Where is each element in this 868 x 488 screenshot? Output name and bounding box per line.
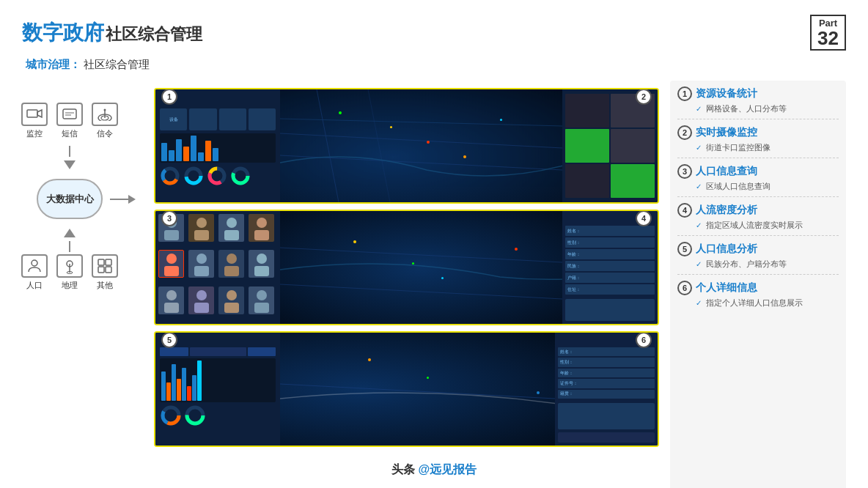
svg-line-30 [280, 119, 562, 126]
top-icon-row: 监控 短信 [21, 103, 118, 139]
right-desc-6: ✓ 指定个人详细人口信息展示 [677, 297, 839, 308]
screen-num-2: 2 [636, 89, 652, 105]
right-item-5: 5 人口信息分析 ✓ 民族分布、户籍分布等 [677, 242, 839, 275]
svg-rect-50 [194, 303, 209, 313]
screen-num-6: 6 [636, 332, 652, 348]
dashboard-panel-1: 设备 [155, 89, 280, 202]
sms-label: 短信 [62, 128, 78, 139]
grid-icon [97, 258, 113, 274]
title-black: 社区综合管理 [106, 23, 202, 45]
page-container: 数字政府 社区综合管理 Part 32 城市治理： 社区综合管理 [0, 0, 868, 488]
sms-icon-box [56, 103, 83, 126]
camera-icon [26, 108, 43, 121]
map-pin-icon [62, 258, 78, 274]
right-item-4: 4 人流密度分析 ✓ 指定区域人流密度实时展示 [677, 203, 839, 236]
watermark: 头条 @远见报告 [391, 462, 477, 478]
bottom-icon-row: 人口 地理 [21, 254, 118, 291]
person-icon [26, 258, 43, 274]
svg-rect-0 [27, 110, 37, 117]
svg-rect-40 [164, 266, 179, 276]
svg-point-41 [196, 254, 207, 264]
subtitle: 城市治理： 社区综合管理 [22, 58, 846, 72]
svg-rect-34 [194, 230, 209, 240]
svg-line-56 [280, 284, 562, 299]
svg-line-28 [317, 89, 339, 202]
svg-point-43 [227, 254, 237, 264]
monitor-icon-box [21, 103, 48, 126]
other-icon-box [92, 254, 118, 278]
icon-item-signal: 信令 [92, 103, 118, 139]
svg-rect-54 [254, 303, 269, 313]
svg-rect-38 [254, 230, 269, 240]
svg-rect-2 [63, 109, 76, 119]
left-section: 监控 短信 [22, 81, 117, 488]
cloud-box: 大数据中心 [37, 179, 103, 219]
right-item-6: 6 个人详细信息 ✓ 指定个人详细人口信息展示 [677, 281, 839, 313]
svg-point-35 [227, 218, 237, 228]
svg-rect-36 [224, 230, 239, 240]
watermark-at: @远见报告 [418, 463, 477, 476]
right-num-circle-3: 3 [677, 164, 692, 179]
icon-item-other: 其他 [92, 254, 118, 291]
svg-marker-1 [37, 110, 42, 117]
right-num-circle-4: 4 [677, 203, 692, 218]
signal-icon [97, 108, 113, 121]
population-icon-box [21, 254, 48, 278]
svg-point-53 [257, 290, 267, 300]
right-item-2: 2 实时摄像监控 ✓ 街道卡口监控图像 [677, 125, 839, 158]
population-label: 人口 [26, 280, 43, 291]
header-title: 数字政府 社区综合管理 [22, 19, 202, 47]
right-desc-3: ✓ 区域人口信息查询 [677, 181, 839, 192]
map-area-2 [280, 211, 562, 324]
arrow-down-icon [64, 160, 76, 169]
sms-icon [62, 108, 78, 121]
signal-label: 信令 [97, 128, 113, 139]
right-desc-5: ✓ 民族分布、户籍分布等 [677, 259, 839, 270]
svg-rect-44 [224, 266, 239, 276]
svg-line-62 [280, 384, 555, 399]
right-num-circle-1: 1 [677, 86, 692, 101]
screenshot-row-1: 1 2 社 会 综 合 治 理 云 平 台 设备 [154, 88, 659, 204]
screenshot-row-3: 5 6 社 会 综 合 治 理 云 平 台 [154, 331, 659, 447]
svg-point-37 [257, 218, 267, 228]
right-title-2: 实时摄像监控 [696, 126, 757, 139]
svg-line-29 [368, 89, 390, 202]
svg-rect-42 [194, 266, 209, 276]
icon-item-monitor: 监控 [21, 103, 48, 139]
svg-line-26 [280, 133, 562, 148]
other-label: 其他 [97, 280, 113, 291]
screen-num-5: 5 [161, 332, 177, 348]
right-desc-2: ✓ 街道卡口监控图像 [677, 142, 839, 153]
main-layout: 监控 短信 [22, 81, 846, 488]
svg-point-33 [196, 218, 207, 228]
screen-num-4: 4 [636, 210, 652, 226]
arrow-up-icon [64, 229, 76, 237]
svg-line-55 [280, 248, 562, 262]
right-title-5: 人口信息分析 [696, 243, 757, 256]
middle-section: 1 2 社 会 综 合 治 理 云 平 台 设备 [154, 81, 659, 488]
monitor-label: 监控 [26, 128, 43, 139]
right-item-1: 1 资源设备统计 ✓ 网格设备、人口分布等 [677, 86, 839, 119]
pop-panel-2: 姓名： 性别： 年龄： 民族： 户籍： 住址： [562, 211, 658, 324]
title-blue: 数字政府 [22, 19, 104, 47]
center-label: 大数据中心 [46, 193, 94, 206]
screen-num-1: 1 [161, 89, 177, 105]
header: 数字政府 社区综合管理 Part 32 [22, 15, 846, 51]
svg-rect-14 [98, 267, 104, 273]
right-title-3: 人口信息查询 [696, 165, 757, 178]
svg-rect-15 [106, 267, 111, 273]
icon-item-sms: 短信 [56, 103, 83, 139]
signal-icon-box [92, 103, 118, 126]
right-title-4: 人流密度分析 [696, 204, 757, 217]
subtitle-text: 社区综合管理 [84, 58, 150, 70]
geo-icon-box [56, 254, 83, 278]
svg-point-51 [227, 290, 237, 300]
screenshot-row-2: 3 4 社 会 综 合 治 理 云 平 台 [154, 210, 659, 325]
screen-num-3: 3 [161, 210, 177, 226]
dashboard-panel-3 [155, 333, 280, 446]
map-area-1 [280, 89, 562, 202]
icon-item-population: 人口 [21, 254, 48, 291]
right-num-circle-6: 6 [677, 281, 692, 295]
right-desc-4: ✓ 指定区域人流密度实时展示 [677, 220, 839, 231]
svg-point-49 [196, 290, 207, 300]
